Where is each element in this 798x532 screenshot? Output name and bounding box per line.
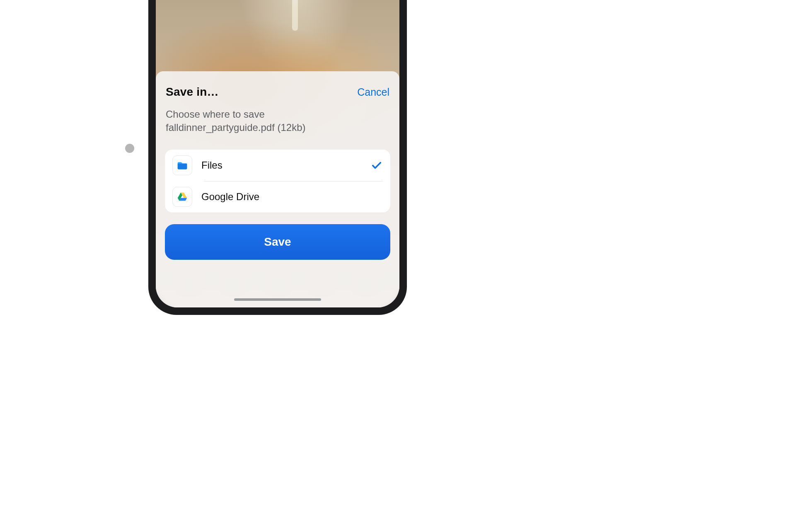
home-indicator xyxy=(234,298,321,301)
checkmark-icon xyxy=(370,159,383,172)
sheet-subtitle: Choose where to save falldinner_partygui… xyxy=(165,108,368,135)
save-option-google-drive[interactable]: Google Drive xyxy=(165,181,390,213)
save-button[interactable]: Save xyxy=(165,224,390,260)
phone-frame: 23 Save in… Cancel Choose where to save … xyxy=(148,0,407,315)
files-icon xyxy=(172,155,192,175)
google-drive-icon xyxy=(172,187,192,207)
sheet-header: Save in… Cancel xyxy=(165,85,390,99)
candle-decoration xyxy=(292,0,298,31)
phone-screen: 23 Save in… Cancel Choose where to save … xyxy=(156,0,399,307)
save-option-label: Google Drive xyxy=(201,191,383,203)
save-location-list: Files xyxy=(165,150,390,213)
save-option-files[interactable]: Files xyxy=(165,150,390,181)
decorative-dot xyxy=(125,144,134,153)
sheet-title: Save in… xyxy=(166,85,219,99)
save-sheet: Save in… Cancel Choose where to save fal… xyxy=(156,71,399,307)
cancel-button[interactable]: Cancel xyxy=(357,86,389,98)
save-option-label: Files xyxy=(201,160,370,171)
